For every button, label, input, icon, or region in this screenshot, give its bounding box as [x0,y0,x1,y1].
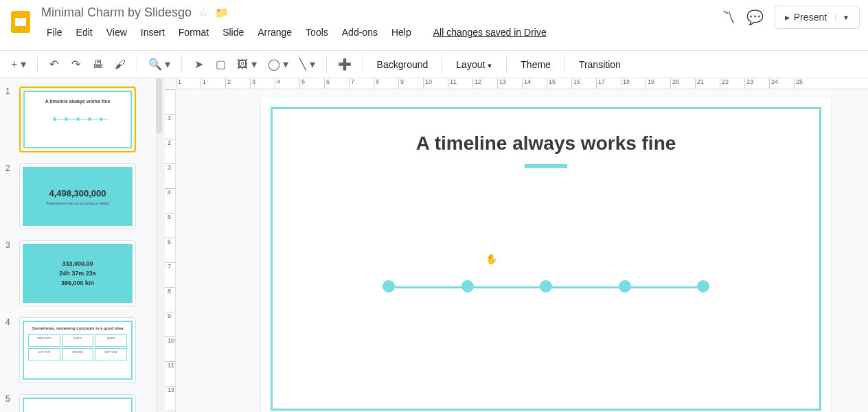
comment-icon[interactable]: 💬 [746,9,764,25]
slide-title[interactable]: A timeline always works fine [273,133,819,154]
slide-thumb-5[interactable]: 5 [0,391,156,412]
slide-num: 5 [5,394,14,412]
print-button[interactable]: 🖶 [90,55,106,74]
play-icon: ▸ [785,12,790,23]
slide-num: 3 [5,240,14,306]
svg-rect-1 [15,18,26,26]
star-icon[interactable]: ☆ [198,6,208,19]
menu-arrange[interactable]: Arrange [252,24,297,41]
menu-insert[interactable]: Insert [135,24,170,41]
timeline-dot[interactable] [619,280,631,293]
timeline-dot[interactable] [540,280,552,293]
menu-file[interactable]: File [41,24,68,41]
menu-view[interactable]: View [101,24,133,41]
select-tool[interactable]: ➤ [190,55,207,74]
layout-button[interactable]: Layout▼ [450,56,498,73]
main: 1 A timeline always works fine 2 4,498,3… [0,78,868,412]
present-dropdown[interactable]: ▼ [835,14,849,21]
menu-tools[interactable]: Tools [300,24,334,41]
slide-num: 4 [5,317,14,383]
slide-thumb-1[interactable]: 1 A timeline always works fine [0,84,156,161]
slide-canvas[interactable]: A timeline always works fine ✋ [261,98,831,412]
header-right: 〽 💬 ▸ Present ▼ [722,5,860,29]
ruler-vertical: 12345678910111213 [165,89,176,412]
new-slide-button[interactable]: + ▾ [8,55,29,74]
trend-icon[interactable]: 〽 [722,10,735,25]
folder-icon[interactable]: 📁 [215,6,229,19]
slides-logo[interactable] [8,5,33,38]
doc-title[interactable]: Minimal Charm by Slidesgo [41,5,192,20]
redo-button[interactable]: ↷ [68,55,84,74]
toolbar: + ▾ ↶ ↷ 🖶 🖌 🔍 ▾ ➤ ▢ 🖼 ▾ ◯ ▾ ╲ ▾ ➕ Backgr… [0,51,868,78]
image-tool[interactable]: 🖼 ▾ [234,55,259,74]
textbox-tool[interactable]: ▢ [212,55,229,74]
menubar: File Edit View Insert Format Slide Arran… [41,24,722,41]
slide-num: 2 [5,163,14,229]
save-status[interactable]: All changes saved in Drive [428,24,552,41]
present-label: Present [794,12,827,23]
menu-format[interactable]: Format [173,24,214,41]
menu-edit[interactable]: Edit [71,24,98,41]
paint-format-button[interactable]: 🖌 [112,55,128,74]
menu-slide[interactable]: Slide [217,24,249,41]
comment-tool[interactable]: ➕ [335,55,354,74]
cursor-icon: ✋ [486,253,497,264]
theme-button[interactable]: Theme [515,56,556,73]
slide-thumb-2[interactable]: 2 4,498,300,000Presentations are not as … [0,161,156,238]
timeline-dot[interactable] [697,280,709,293]
menu-help[interactable]: Help [386,24,417,41]
line-tool[interactable]: ╲ ▾ [297,55,317,74]
transition-button[interactable]: Transition [573,56,626,73]
filmstrip[interactable]: 1 A timeline always works fine 2 4,498,3… [0,78,157,412]
ruler-horizontal: 1123456789101112131415161718192021222324… [176,78,868,89]
title-area: Minimal Charm by Slidesgo ☆ 📁 File Edit … [41,5,722,41]
timeline-dot[interactable] [461,280,474,293]
slide-thumb-3[interactable]: 3 333,000.0024h 37m 23s386,000 km [0,238,156,314]
menu-addons[interactable]: Add-ons [336,24,383,41]
timeline-dot[interactable] [382,280,395,293]
slide-border: A timeline always works fine ✋ [271,107,821,411]
header: Minimal Charm by Slidesgo ☆ 📁 File Edit … [0,0,868,51]
undo-button[interactable]: ↶ [46,55,62,74]
slide-num: 1 [5,87,14,152]
present-button[interactable]: ▸ Present ▼ [775,5,860,29]
title-underline [525,164,567,168]
filmstrip-scrollbar[interactable] [157,78,165,412]
slide-thumb-4[interactable]: 4 Sometimes, reviewing concepts is a goo… [0,314,156,391]
timeline[interactable] [382,279,709,293]
zoom-button[interactable]: 🔍 ▾ [146,55,173,74]
background-button[interactable]: Background [372,56,434,73]
shape-tool[interactable]: ◯ ▾ [265,55,291,74]
canvas-area[interactable]: 1123456789101112131415161718192021222324… [165,78,868,412]
